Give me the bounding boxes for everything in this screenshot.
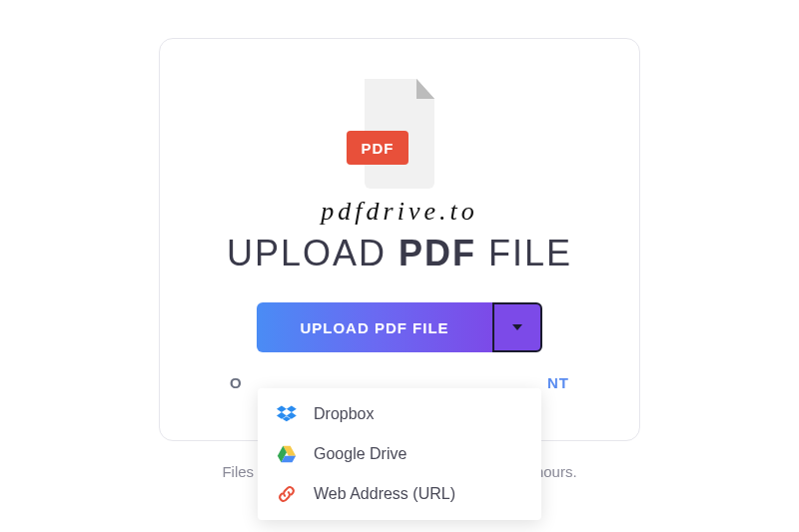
obscured-left: O [230, 374, 243, 391]
menu-item-dropbox[interactable]: Dropbox [258, 394, 541, 434]
upload-button-group: UPLOAD PDF FILE [257, 302, 542, 352]
pdf-badge: PDF [347, 131, 408, 165]
menu-label-url: Web Address (URL) [314, 485, 455, 503]
heading-bold: PDF [399, 233, 476, 273]
menu-item-google-drive[interactable]: Google Drive [258, 434, 541, 474]
google-drive-icon [276, 443, 298, 465]
dropdown-toggle-button[interactable] [492, 302, 542, 352]
menu-label-google-drive: Google Drive [314, 445, 406, 463]
caret-down-icon [512, 324, 522, 330]
heading-pre: UPLOAD [227, 233, 399, 273]
upload-source-dropdown: Dropbox Google Drive Web Address (URL) [258, 388, 541, 520]
link-icon [276, 483, 298, 505]
upload-heading: UPLOAD PDF FILE [227, 233, 572, 274]
upload-button[interactable]: UPLOAD PDF FILE [257, 302, 492, 352]
dropbox-icon [276, 403, 298, 425]
pdf-file-icon: PDF [355, 79, 444, 189]
upload-card: PDF UPLOAD PDF FILE UPLOAD PDF FILE O NT… [159, 38, 640, 441]
obscured-right: NT [547, 374, 569, 391]
heading-post: FILE [476, 233, 572, 273]
menu-label-dropbox: Dropbox [314, 405, 374, 423]
menu-item-url[interactable]: Web Address (URL) [258, 474, 541, 514]
